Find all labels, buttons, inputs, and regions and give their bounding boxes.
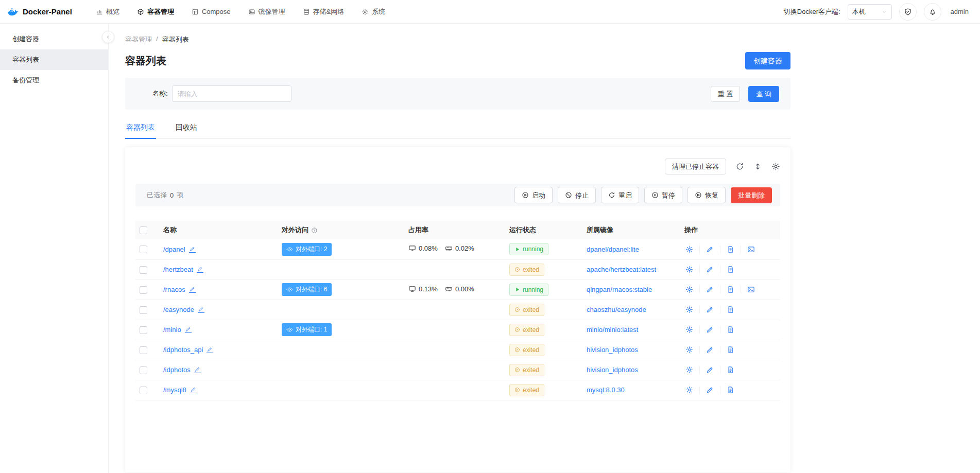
container-edit-icon[interactable] [706,346,714,354]
nav-item-4[interactable]: 存储&网络 [303,7,345,16]
container-terminal-icon[interactable] [747,246,755,253]
image-link[interactable]: chaoszhu/easynode [587,306,646,313]
shield-button[interactable] [899,3,917,21]
row-checkbox[interactable] [140,387,147,394]
tab-recycle-bin[interactable]: 回收站 [175,118,198,138]
reset-button[interactable]: 重 置 [711,86,741,102]
batch-action-4[interactable]: 恢复 [687,187,726,203]
nav-item-0[interactable]: 概览 [96,7,119,16]
row-checkbox[interactable] [140,346,147,354]
container-settings-icon[interactable] [685,246,693,253]
sidebar-item-1[interactable]: 容器列表 [0,49,108,70]
ports-badge[interactable]: 对外端口: 2 [282,243,332,256]
select-all-checkbox[interactable] [140,226,147,234]
container-name-link[interactable]: /mysql8 [163,386,186,394]
breadcrumb-parent[interactable]: 容器管理 [125,35,152,44]
container-name-link[interactable]: /hertzbeat [163,266,193,273]
username[interactable]: admin [951,8,969,15]
row-checkbox[interactable] [140,366,147,374]
container-log-icon[interactable] [727,386,734,394]
close-circle-icon [514,307,520,312]
row-actions [684,366,776,374]
nav-item-5[interactable]: 系统 [362,7,385,16]
container-terminal-icon[interactable] [747,286,755,293]
container-settings-icon[interactable] [685,286,693,293]
container-name-link[interactable]: /rnacos [163,286,185,293]
rename-icon[interactable] [189,286,196,293]
table-row: /dpanel 对外端口: 2 0.08%0.02% running dpane… [135,239,780,259]
column-height-icon[interactable] [753,162,762,171]
container-log-icon[interactable] [727,246,734,253]
container-name-link[interactable]: /idphotos [163,366,191,374]
nav-item-2[interactable]: Compose [192,8,231,15]
container-name-link[interactable]: /dpanel [163,246,185,253]
image-link[interactable]: apache/hertzbeat:latest [587,266,656,273]
rename-icon[interactable] [207,346,213,353]
name-filter-label: 名称: [152,89,168,98]
row-checkbox[interactable] [140,246,147,253]
container-edit-icon[interactable] [706,306,714,313]
container-edit-icon[interactable] [706,266,714,273]
batch-delete-button[interactable]: 批量删除 [731,187,772,203]
container-settings-icon[interactable] [685,386,693,394]
container-log-icon[interactable] [727,286,734,293]
sidebar-item-0[interactable]: 创建容器 [0,29,108,49]
nav-item-3[interactable]: 镜像管理 [248,7,285,16]
app-brand[interactable]: Docker-Panel [7,6,72,17]
batch-action-0[interactable]: 启动 [514,187,553,203]
nav-item-1[interactable]: 容器管理 [137,7,174,16]
sidebar-item-2[interactable]: 备份管理 [0,70,108,91]
row-checkbox[interactable] [140,306,147,314]
search-button[interactable]: 查 询 [748,86,779,102]
container-name-link[interactable]: /easynode [163,306,194,313]
image-link[interactable]: minio/minio:latest [587,326,638,334]
row-checkbox[interactable] [140,286,147,294]
notifications-button[interactable] [924,3,941,21]
rename-icon[interactable] [190,387,197,393]
table-settings-icon[interactable] [771,162,780,171]
container-log-icon[interactable] [727,346,734,354]
sidebar-collapse-button[interactable] [102,31,114,43]
rename-icon[interactable] [194,366,201,373]
container-log-icon[interactable] [727,326,734,334]
container-settings-icon[interactable] [685,306,693,313]
rename-icon[interactable] [189,246,196,253]
column-header-3: 运行状态 [505,221,582,239]
clean-stopped-button[interactable]: 清理已停止容器 [665,159,726,174]
batch-action-1[interactable]: 停止 [558,187,596,203]
tab-container-list[interactable]: 容器列表 [125,118,156,138]
container-edit-icon[interactable] [706,386,714,394]
ports-badge[interactable]: 对外端口: 6 [282,283,332,296]
image-link[interactable]: qingpan/rnacos:stable [587,286,652,293]
image-link[interactable]: hivision_idphotos [587,346,638,354]
refresh-icon[interactable] [735,162,744,171]
rename-icon[interactable] [185,326,192,333]
row-checkbox[interactable] [140,266,147,274]
rename-icon[interactable] [198,306,204,313]
container-log-icon[interactable] [727,306,734,313]
image-link[interactable]: hivision_idphotos [587,366,638,374]
container-settings-icon[interactable] [685,326,693,334]
container-edit-icon[interactable] [706,286,714,293]
name-filter-input[interactable] [172,85,291,102]
rename-icon[interactable] [197,266,203,273]
container-name-link[interactable]: /idphotos_api [163,346,203,354]
batch-action-3[interactable]: 暂停 [644,187,682,203]
container-edit-icon[interactable] [706,246,714,253]
container-settings-icon[interactable] [685,366,693,374]
row-checkbox[interactable] [140,326,147,334]
container-edit-icon[interactable] [706,326,714,334]
batch-action-2[interactable]: 重启 [601,187,639,203]
image-link[interactable]: dpanel/dpanel:lite [587,246,639,253]
container-log-icon[interactable] [727,366,734,374]
container-name-link[interactable]: /minio [163,326,181,334]
container-edit-icon[interactable] [706,366,714,374]
client-select[interactable]: 本机 [848,4,892,20]
container-settings-icon[interactable] [685,346,693,354]
create-container-button[interactable]: 创建容器 [745,52,790,69]
question-circle-icon[interactable] [311,227,318,234]
container-settings-icon[interactable] [685,266,693,273]
ports-badge[interactable]: 对外端口: 1 [282,323,332,336]
container-log-icon[interactable] [727,266,734,273]
image-link[interactable]: mysql:8.0.30 [587,386,625,394]
